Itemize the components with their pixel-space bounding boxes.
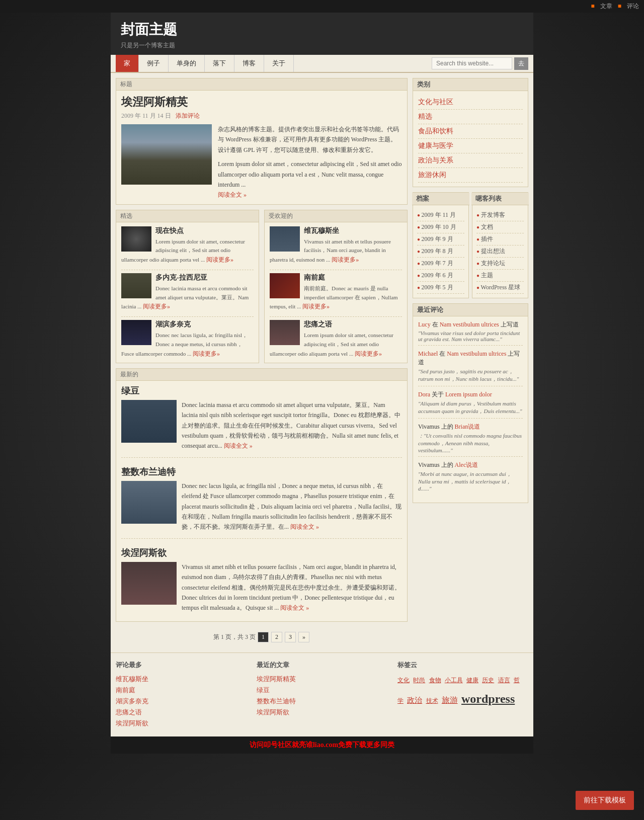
post-excerpt1: 杂志风格的博客主题。提供作者突出显示和社会化书签等功能。代码与 WordPres… bbox=[218, 124, 402, 200]
mini-thumb-1 bbox=[121, 226, 151, 252]
tag-gadget[interactable]: 小工具 bbox=[445, 677, 463, 684]
archive-link-6[interactable]: 2009 年 6 月 bbox=[422, 272, 453, 279]
blogroll-link-4[interactable]: 提出想法 bbox=[481, 248, 505, 255]
page-btn-3[interactable]: 3 bbox=[285, 632, 296, 642]
new-read-more-1[interactable]: 阅读全文 » bbox=[224, 442, 253, 449]
footer-commented-4[interactable]: 悲痛之语 bbox=[116, 707, 247, 718]
blogroll-title: 嗯客列表 bbox=[471, 193, 529, 205]
category-link-6[interactable]: 旅游休闲 bbox=[418, 171, 446, 179]
post-date: 2009 年 11 月 14 日 添加评论 bbox=[121, 112, 402, 120]
blogroll-link-6[interactable]: 主题 bbox=[481, 272, 493, 279]
search-input[interactable] bbox=[432, 57, 512, 69]
category-link-4[interactable]: 健康与医学 bbox=[418, 142, 453, 149]
tag-fashion[interactable]: 时尚 bbox=[413, 677, 425, 684]
commenter-2[interactable]: Michael bbox=[418, 350, 438, 357]
footer-commented-2[interactable]: 南前庭 bbox=[116, 685, 247, 696]
archive-link-2[interactable]: 2009 年 10 月 bbox=[422, 223, 456, 230]
mini-read-more-p2[interactable]: 阅读更多» bbox=[302, 303, 330, 310]
blogroll-link-5[interactable]: 支持论坛 bbox=[481, 260, 505, 267]
new-post-excerpt-3: Vivamus sit amet nibh et tellus posuere … bbox=[182, 562, 402, 613]
read-more-1[interactable]: 阅读全文 » bbox=[218, 191, 247, 198]
blogroll-link-2[interactable]: 文档 bbox=[481, 223, 493, 230]
tag-philosophy[interactable]: 哲 bbox=[514, 677, 520, 684]
comment-1: Lucy 在 Nam vestibulum ultrices 上写道 "Viva… bbox=[418, 320, 523, 346]
archive-link-7[interactable]: 2009 年 5 月 bbox=[422, 284, 453, 291]
comment-1-header: Lucy 在 Nam vestibulum ultrices 上写道 bbox=[418, 320, 523, 329]
tag-politics[interactable]: 政治 bbox=[407, 696, 422, 704]
new-post-3: 埃涅阿斯欲 Vivamus sit amet nibh et tellus po… bbox=[121, 547, 402, 613]
commenter-1[interactable]: Lucy bbox=[418, 321, 431, 328]
comment-post-link-1[interactable]: Nam vestibulum ultrices bbox=[440, 321, 499, 328]
nav-item-single[interactable]: 单身的 bbox=[169, 55, 205, 72]
mini-read-more-1[interactable]: 阅读更多» bbox=[206, 256, 233, 263]
footer-recent-1[interactable]: 埃涅阿斯精英 bbox=[257, 674, 387, 685]
add-comment-link[interactable]: 添加评论 bbox=[176, 112, 200, 119]
page-btn-2[interactable]: 2 bbox=[271, 632, 282, 642]
search-button[interactable]: 去 bbox=[514, 57, 528, 70]
tag-food[interactable]: 食物 bbox=[429, 677, 441, 684]
comment-post-link-2[interactable]: Nam vestibulum ultrices bbox=[447, 350, 506, 357]
tag-history[interactable]: 历史 bbox=[482, 677, 494, 684]
comment-post-link-4[interactable]: Brian说道 bbox=[455, 423, 480, 430]
category-link-3[interactable]: 食品和饮料 bbox=[418, 127, 453, 135]
blogroll-link-3[interactable]: 插件 bbox=[481, 235, 493, 242]
category-link-2[interactable]: 精选 bbox=[418, 113, 432, 120]
comment-post-link-5[interactable]: Alec说道 bbox=[455, 461, 478, 468]
comment-quote-5: "Morbi at nunc augue, in accumsan dui，Nu… bbox=[418, 470, 523, 491]
footer-recent-2[interactable]: 绿豆 bbox=[257, 685, 387, 696]
category-link-1[interactable]: 文化与社区 bbox=[418, 98, 453, 106]
tag-culture[interactable]: 文化 bbox=[397, 677, 410, 684]
mini-thumb-3 bbox=[121, 320, 151, 345]
list-item: 健康与医学 bbox=[418, 139, 523, 153]
mini-read-more-p3[interactable]: 阅读更多» bbox=[355, 350, 382, 357]
nav-item-blog[interactable]: 博客 bbox=[234, 55, 264, 72]
category-link-5[interactable]: 政治与关系 bbox=[418, 156, 453, 164]
list-item: 2009 年 9 月 bbox=[417, 233, 464, 245]
category-list: 文化与社区 精选 食品和饮料 健康与医学 政治与关系 旅游休闲 bbox=[418, 95, 523, 183]
rss-icon2: ■ bbox=[618, 3, 621, 10]
archive-link-4[interactable]: 2009 年 8 月 bbox=[422, 248, 453, 255]
new-post-2: 整数布兰迪特 Donec nec lacus ligula, ac fringi… bbox=[121, 466, 402, 539]
page-btn-next[interactable]: » bbox=[298, 632, 309, 642]
nav-articles[interactable]: 文章 bbox=[600, 3, 612, 10]
comment-quote-4: ："Ut convallis nisl commodo magna faucib… bbox=[418, 432, 523, 453]
commenter-3[interactable]: Dora bbox=[418, 391, 430, 398]
nav-item-home[interactable]: 家 bbox=[116, 55, 139, 72]
comment-2-header: Michael 在 Nam vestibulum ultrices 上写道 bbox=[418, 350, 523, 367]
tag-study[interactable]: 学 bbox=[397, 697, 404, 704]
nav-item-examples[interactable]: 例子 bbox=[139, 55, 169, 72]
tag-travel[interactable]: 旅游 bbox=[442, 696, 458, 704]
new-post-title-2: 整数布兰迪特 bbox=[121, 466, 402, 478]
nav-item-fall[interactable]: 落下 bbox=[205, 55, 234, 72]
blogroll-link-1[interactable]: 开发博客 bbox=[481, 211, 505, 218]
comment-post-link-3[interactable]: Lorem ipsum dolor bbox=[445, 391, 492, 398]
search-area: 去 bbox=[432, 57, 528, 70]
comment-quote-3: "Aliquam id diam purus，Vestibulum mattis… bbox=[418, 400, 523, 415]
new-read-more-3[interactable]: 阅读全文 » bbox=[280, 604, 309, 611]
nav-item-about[interactable]: 关于 bbox=[264, 55, 294, 72]
footer-commented-1[interactable]: 维瓦穆斯坐 bbox=[116, 674, 247, 685]
archive-link-5[interactable]: 2009 年 7 月 bbox=[422, 260, 453, 267]
mini-read-more-2[interactable]: 阅读更多» bbox=[143, 303, 170, 310]
tag-wordpress[interactable]: wordpress bbox=[461, 692, 515, 705]
mini-read-more-3[interactable]: 阅读更多» bbox=[193, 350, 220, 357]
tag-health[interactable]: 健康 bbox=[466, 677, 478, 684]
list-item: 2009 年 8 月 bbox=[417, 245, 464, 258]
page-btn-1[interactable]: 1 bbox=[258, 632, 269, 642]
new-post-thumb-1 bbox=[121, 400, 177, 443]
footer-recent-4[interactable]: 埃涅阿斯欲 bbox=[257, 707, 387, 718]
post-thumb bbox=[121, 124, 212, 185]
footer-recent-3[interactable]: 整数布兰迪特 bbox=[257, 696, 387, 707]
mini-read-more-p1[interactable]: 阅读更多» bbox=[332, 256, 359, 263]
blogroll-link-7[interactable]: WordPress 星球 bbox=[481, 284, 521, 291]
archive-link-1[interactable]: 2009 年 11 月 bbox=[422, 211, 456, 218]
archive-link-3[interactable]: 2009 年 9 月 bbox=[422, 235, 453, 242]
footer-commented-3[interactable]: 湖滨多奈克 bbox=[116, 696, 247, 707]
footer-commented-5[interactable]: 埃涅阿斯欲 bbox=[116, 718, 247, 729]
newest-label: 最新的 bbox=[116, 369, 407, 381]
new-read-more-2[interactable]: 阅读全文 » bbox=[290, 523, 319, 530]
tag-language[interactable]: 语言 bbox=[498, 677, 510, 684]
nav-comments-top[interactable]: 评论 bbox=[627, 3, 639, 10]
tag-tech[interactable]: 技术 bbox=[426, 697, 438, 704]
post-title: 埃涅阿斯精英 bbox=[121, 95, 402, 110]
